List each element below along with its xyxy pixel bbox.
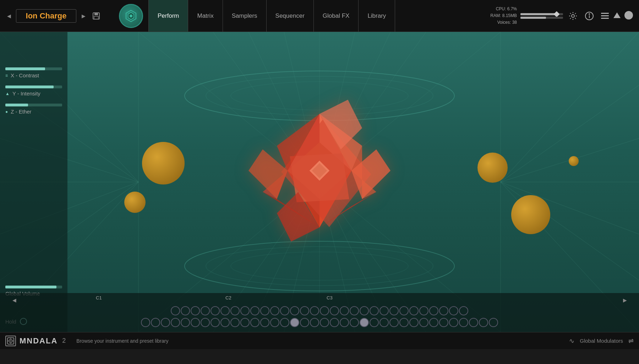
key-dot-bottom-8[interactable] [220,318,230,327]
key-dot-top-5[interactable] [220,306,230,315]
tab-matrix[interactable]: Matrix [188,0,223,32]
key-dot-bottom-2[interactable] [161,318,170,327]
tab-sequencer[interactable]: Sequencer [267,0,314,32]
key-dot-top-28[interactable] [449,306,458,315]
key-dot-bottom-1[interactable] [151,318,160,327]
key-dot-bottom-15[interactable] [290,318,299,327]
key-label-c2: C2 [225,295,231,300]
key-dot-bottom-22[interactable] [360,318,369,327]
key-dot-bottom-3[interactable] [171,318,180,327]
key-dot-top-2[interactable] [191,306,200,315]
key-dot-bottom-16[interactable] [300,318,309,327]
brand-name: MNDALA [20,336,58,346]
key-dot-top-1[interactable] [181,306,190,315]
key-dot-top-25[interactable] [419,306,428,315]
menu-lines-icon [601,13,609,19]
key-dot-bottom-34[interactable] [479,318,488,327]
key-dot-top-26[interactable] [429,306,438,315]
key-dot-top-15[interactable] [320,306,329,315]
z-ether-slider[interactable] [5,104,62,106]
key-dot-bottom-11[interactable] [250,318,260,327]
key-dot-bottom-33[interactable] [469,318,478,327]
key-dot-top-12[interactable] [290,306,299,315]
key-dot-top-11[interactable] [280,306,289,315]
key-dot-bottom-28[interactable] [419,318,428,327]
key-dot-top-22[interactable] [389,306,399,315]
key-dot-bottom-5[interactable] [191,318,200,327]
background-scene [0,32,639,332]
key-dot-bottom-10[interactable] [240,318,250,327]
key-label-c3: C3 [327,295,333,300]
key-dot-top-13[interactable] [300,306,309,315]
keyboard-scroll-left[interactable]: ◀ [9,295,20,305]
master-volume-slider[interactable] [520,9,563,23]
keyboard-scroll-right[interactable]: ▶ [619,295,630,305]
x-contrast-control: ≡ X - Contrast [5,67,62,78]
key-dot-bottom-25[interactable] [389,318,399,327]
key-dot-bottom-27[interactable] [409,318,419,327]
key-dot-top-6[interactable] [230,306,240,315]
key-dot-bottom-6[interactable] [201,318,210,327]
save-button[interactable] [91,10,102,22]
preset-name-display[interactable]: Ion Charge [16,9,76,23]
key-dot-bottom-12[interactable] [260,318,269,327]
key-dot-bottom-20[interactable] [340,318,349,327]
key-dot-top-4[interactable] [211,306,220,315]
key-dot-top-7[interactable] [240,306,250,315]
key-dot-top-17[interactable] [340,306,349,315]
key-dot-top-9[interactable] [260,306,269,315]
z-ether-control: ● Z - Ether [5,104,62,115]
cpu-info-display: CPU: 6.7% RAM: 8.15MB Voices: 38 [490,6,517,26]
key-dot-bottom-7[interactable] [211,318,220,327]
key-dot-top-21[interactable] [379,306,389,315]
key-dot-top-8[interactable] [250,306,260,315]
global-modulators-label[interactable]: Global Modulators [580,338,623,344]
key-dot-top-20[interactable] [370,306,379,315]
tab-globalfx[interactable]: Global FX [314,0,359,32]
bottom-right-controls: ∿ Global Modulators ⇌ [569,337,634,345]
key-dot-bottom-23[interactable] [370,318,379,327]
key-dot-bottom-14[interactable] [280,318,289,327]
orb-medium-right [477,153,508,183]
key-dot-top-10[interactable] [270,306,279,315]
x-contrast-slider[interactable] [5,67,62,70]
key-dot-top-14[interactable] [310,306,319,315]
key-dot-bottom-30[interactable] [439,318,448,327]
key-dot-top-18[interactable] [350,306,359,315]
tab-library[interactable]: Library [359,0,395,32]
y-intensity-slider[interactable] [5,86,62,88]
key-dot-bottom-21[interactable] [350,318,359,327]
key-dot-bottom-9[interactable] [230,318,240,327]
key-dot-top-24[interactable] [409,306,419,315]
key-dot-bottom-35[interactable] [489,318,498,327]
prev-preset-button[interactable]: ◀ [4,11,14,21]
global-volume-slider[interactable] [5,286,62,288]
key-dot-bottom-24[interactable] [379,318,389,327]
key-dot-bottom-31[interactable] [449,318,458,327]
key-dot-bottom-0[interactable] [141,318,150,327]
orb-small-left [124,192,146,213]
key-dot-top-16[interactable] [330,306,339,315]
key-dot-top-3[interactable] [201,306,210,315]
key-dot-bottom-18[interactable] [320,318,329,327]
key-dot-bottom-17[interactable] [310,318,319,327]
settings-icon[interactable] [567,10,579,22]
key-dot-top-19[interactable] [360,306,369,315]
brand-version: 2 [62,337,66,344]
info-icon[interactable] [583,10,596,22]
tab-samplers[interactable]: Samplers [223,0,267,32]
key-dot-bottom-26[interactable] [399,318,409,327]
tab-perform[interactable]: Perform [148,0,188,32]
key-dot-bottom-32[interactable] [459,318,468,327]
key-dot-bottom-19[interactable] [330,318,339,327]
svg-line-20 [501,85,639,182]
key-dot-bottom-4[interactable] [181,318,190,327]
key-dot-top-0[interactable] [171,306,180,315]
next-preset-button[interactable]: ▶ [78,11,89,21]
key-dot-bottom-13[interactable] [270,318,279,327]
key-dot-bottom-29[interactable] [429,318,438,327]
key-dot-top-23[interactable] [399,306,409,315]
key-dot-top-29[interactable] [459,306,468,315]
shuffle-icon[interactable]: ⇌ [628,337,634,345]
key-dot-top-27[interactable] [439,306,448,315]
